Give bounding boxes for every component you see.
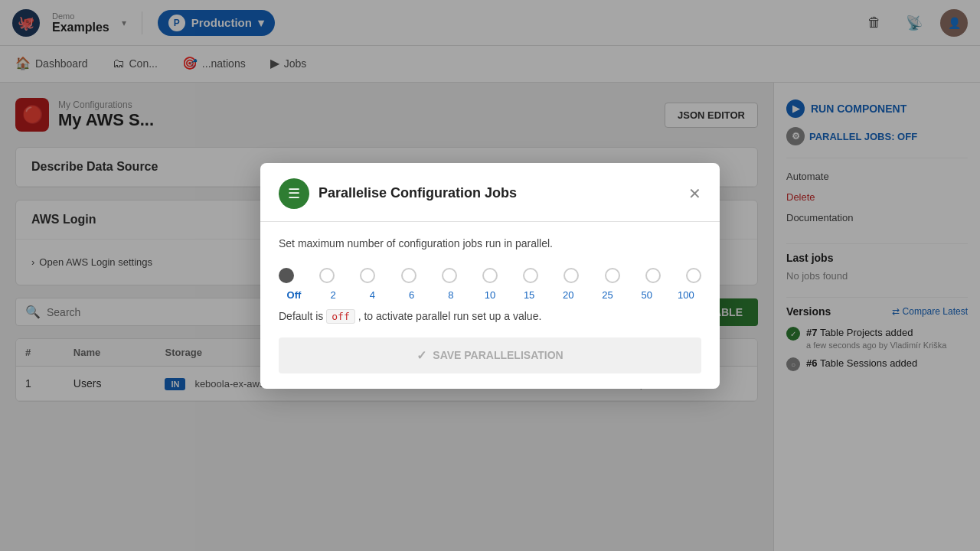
slider-dot-8[interactable] bbox=[605, 268, 620, 283]
slider-dot-4[interactable] bbox=[442, 268, 457, 283]
default-code: off bbox=[326, 309, 354, 324]
slider-dot-7[interactable] bbox=[564, 268, 579, 283]
modal-title-row: ☰ Parallelise Configuration Jobs bbox=[279, 178, 517, 209]
slider-dot-2[interactable] bbox=[360, 268, 375, 283]
slider-dot-0[interactable] bbox=[279, 268, 294, 283]
modal-body: Set maximum number of configuration jobs… bbox=[260, 222, 720, 389]
slider-label-8: 8 bbox=[436, 289, 466, 301]
slider-label-25: 25 bbox=[593, 289, 623, 301]
slider-label-6: 6 bbox=[397, 289, 427, 301]
slider-label-2: 2 bbox=[318, 289, 348, 301]
modal-title: Parallelise Configuration Jobs bbox=[318, 185, 517, 201]
slider-dot-10[interactable] bbox=[686, 268, 701, 283]
modal: ☰ Parallelise Configuration Jobs ✕ Set m… bbox=[260, 163, 720, 389]
slider-container: Off 2 4 6 8 10 15 20 25 50 100 bbox=[279, 268, 701, 301]
modal-close-button[interactable]: ✕ bbox=[688, 186, 701, 201]
default-text-pre: Default is bbox=[279, 310, 323, 322]
slider-label-50: 50 bbox=[632, 289, 662, 301]
slider-dot-9[interactable] bbox=[645, 268, 661, 283]
save-parallelisation-label: SAVE PARALLELISATION bbox=[433, 349, 563, 361]
modal-icon: ☰ bbox=[279, 178, 309, 209]
slider-label-4: 4 bbox=[357, 289, 387, 301]
modal-header: ☰ Parallelise Configuration Jobs ✕ bbox=[260, 163, 720, 222]
slider-label-20: 20 bbox=[553, 289, 583, 301]
modal-description: Set maximum number of configuration jobs… bbox=[279, 237, 701, 249]
save-btn-icon: ✓ bbox=[416, 348, 426, 363]
default-text: Default is off , to activate parallel ru… bbox=[279, 310, 701, 322]
slider-dot-1[interactable] bbox=[319, 268, 335, 283]
slider-dot-5[interactable] bbox=[482, 268, 498, 283]
slider-dot-6[interactable] bbox=[523, 268, 538, 283]
slider-labels: Off 2 4 6 8 10 15 20 25 50 100 bbox=[279, 289, 701, 301]
modal-overlay: ☰ Parallelise Configuration Jobs ✕ Set m… bbox=[0, 0, 980, 551]
save-parallelisation-button[interactable]: ✓ SAVE PARALLELISATION bbox=[279, 337, 701, 373]
slider-label-15: 15 bbox=[514, 289, 544, 301]
slider-dots bbox=[279, 268, 701, 283]
default-text-post: , to activate parallel run set up a valu… bbox=[358, 310, 542, 322]
slider-dot-3[interactable] bbox=[401, 268, 416, 283]
slider-label-10: 10 bbox=[475, 289, 505, 301]
slider-label-off: Off bbox=[279, 289, 309, 301]
slider-label-100: 100 bbox=[671, 289, 701, 301]
